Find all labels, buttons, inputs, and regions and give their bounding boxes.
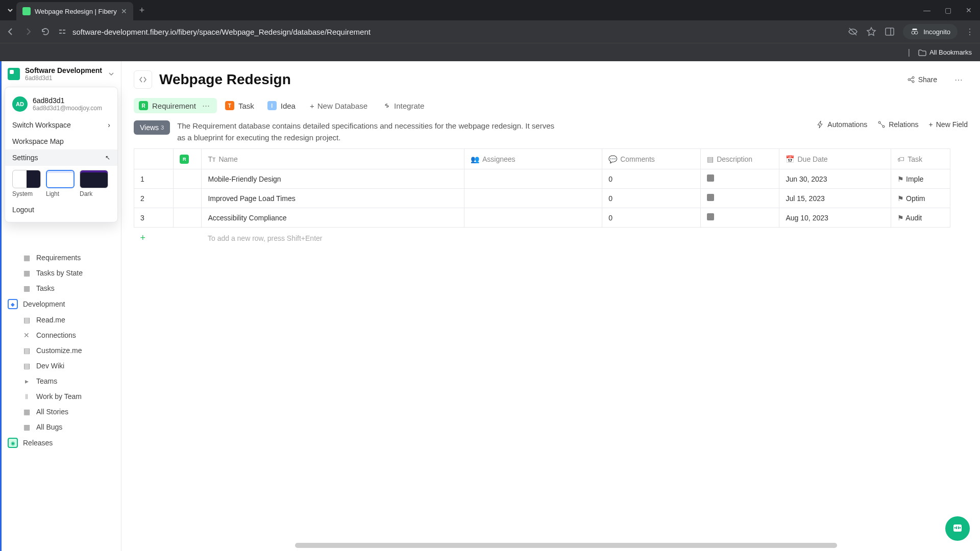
db-tab-idea[interactable]: I Idea (262, 98, 301, 113)
col-name[interactable]: TтName (202, 149, 464, 169)
table-container[interactable]: R TтName 👥Assignees 💬Comments ▤Descripti… (121, 148, 980, 551)
page-title[interactable]: Webpage Redesign (159, 71, 895, 88)
tab-close-icon[interactable]: ✕ (121, 7, 127, 15)
cell-description[interactable] (701, 208, 779, 228)
table-row[interactable]: 2 Improved Page Load Times 0 Jul 15, 202… (134, 189, 950, 208)
share-label: Share (918, 76, 937, 84)
db-tab-requirement[interactable]: R Requirement ⋯ (134, 98, 217, 113)
cell-assignees[interactable] (464, 189, 602, 208)
cell-name[interactable]: Improved Page Load Times (202, 189, 464, 208)
add-row-hint: To add a new row, press Shift+Enter (202, 228, 950, 249)
close-window-button[interactable]: ✕ (962, 4, 976, 16)
eye-off-icon[interactable] (848, 27, 858, 37)
cell-description[interactable] (701, 169, 779, 189)
browser-tab-active[interactable]: Webpage Redesign | Fibery ✕ (16, 2, 133, 20)
bookmark-star-icon[interactable] (866, 27, 876, 37)
cell-assignees[interactable] (464, 169, 602, 189)
sidebar-section-releases[interactable]: ◉ Releases (2, 435, 121, 451)
sidebar-item-work-by-team[interactable]: ⫴ Work by Team (2, 389, 121, 404)
col-comments[interactable]: 💬Comments (602, 149, 701, 169)
cell-due-date[interactable]: Aug 10, 2023 (779, 208, 891, 228)
all-bookmarks-button[interactable]: All Bookmarks (918, 48, 972, 57)
col-description[interactable]: ▤Description (701, 149, 779, 169)
cell-comments[interactable]: 0 (602, 208, 701, 228)
logout-item[interactable]: Logout (5, 202, 117, 218)
workspace-map-item[interactable]: Workspace Map (5, 133, 117, 149)
url-input[interactable]: software-development.fibery.io/fibery/sp… (58, 28, 840, 36)
new-tab-button[interactable]: + (133, 5, 151, 16)
cell-name[interactable]: Mobile-Friendly Design (202, 169, 464, 189)
sidebar-item-customize[interactable]: ▤ Customize.me (2, 343, 121, 358)
back-button[interactable] (6, 27, 15, 36)
collapse-sidebar-button[interactable] (134, 70, 152, 89)
sidebar-item-all-stories[interactable]: ▦ All Stories (2, 404, 121, 419)
new-field-button[interactable]: + New Field (929, 120, 968, 129)
sidebar-item-label: All Bugs (36, 423, 62, 431)
new-database-button[interactable]: + New Database (304, 98, 374, 113)
col-task[interactable]: 🏷Task (891, 149, 950, 169)
incognito-badge[interactable]: Incognito (903, 24, 958, 39)
page-more-button[interactable]: ⋯ (949, 72, 968, 88)
sidebar-item-all-bugs[interactable]: ▦ All Bugs (2, 419, 121, 435)
grid-icon: ▦ (22, 268, 31, 278)
views-button[interactable]: Views 3 (134, 120, 170, 135)
minimize-button[interactable]: — (919, 4, 935, 16)
tab-search-dropdown[interactable] (4, 4, 16, 16)
sidebar-item-teams[interactable]: ▸ Teams (2, 373, 121, 389)
share-button[interactable]: Share (902, 72, 942, 87)
comment-icon: 💬 (608, 155, 617, 163)
chrome-menu-icon[interactable]: ⋮ (966, 27, 974, 37)
intercom-launcher[interactable] (945, 516, 970, 541)
desc-filled-icon (707, 194, 714, 201)
workspace-id: 6ad8d3d1 (25, 74, 103, 82)
settings-item[interactable]: Settings ↖ (5, 149, 117, 166)
cell-due-date[interactable]: Jun 30, 2023 (779, 169, 891, 189)
db-tab-label: Requirement (152, 102, 196, 110)
sidebar-item-tasks-by-state[interactable]: ▦ Tasks by State (2, 265, 121, 281)
site-settings-icon[interactable] (58, 28, 66, 36)
connections-icon: ✕ (22, 331, 31, 340)
new-database-label: New Database (317, 102, 368, 110)
cell-description[interactable] (701, 189, 779, 208)
cell-task[interactable]: ⚑ Audit (891, 208, 950, 228)
col-due-date[interactable]: 📅Due Date (779, 149, 891, 169)
sidebar-item-connections[interactable]: ✕ Connections (2, 328, 121, 343)
sidebar-section-label: Releases (23, 439, 53, 447)
sidebar-item-label: Tasks by State (36, 269, 83, 277)
sidebar-section-development[interactable]: ◆ Development (2, 296, 121, 312)
theme-dark[interactable]: Dark (80, 170, 108, 197)
cell-task[interactable]: ⚑ Imple (891, 169, 950, 189)
integrate-button[interactable]: Integrate (377, 98, 430, 113)
sidebar-item-requirements[interactable]: ▦ Requirements (2, 250, 121, 265)
relations-button[interactable]: Relations (877, 120, 918, 129)
maximize-button[interactable]: ▢ (941, 4, 955, 16)
theme-light[interactable]: Light (46, 170, 75, 197)
col-assignees[interactable]: 👥Assignees (464, 149, 602, 169)
forward-button[interactable] (23, 27, 33, 36)
idea-badge-icon: I (267, 101, 277, 110)
database-description[interactable]: The Requirement database contains detail… (177, 120, 555, 143)
table-row[interactable]: 1 Mobile-Friendly Design 0 Jun 30, 2023 … (134, 169, 950, 189)
theme-system[interactable]: System (12, 170, 41, 197)
table-row[interactable]: 3 Accessibility Compliance 0 Aug 10, 202… (134, 208, 950, 228)
cell-due-date[interactable]: Jul 15, 2023 (779, 189, 891, 208)
sidebar-item-readme[interactable]: ▤ Read.me (2, 312, 121, 328)
horizontal-scrollbar[interactable] (295, 543, 837, 548)
cell-assignees[interactable] (464, 208, 602, 228)
cell-name[interactable]: Accessibility Compliance (202, 208, 464, 228)
add-row[interactable]: + To add a new row, press Shift+Enter (134, 228, 950, 249)
cell-task[interactable]: ⚑ Optim (891, 189, 950, 208)
reload-button[interactable] (41, 27, 50, 36)
cell-comments[interactable]: 0 (602, 189, 701, 208)
workspace-switcher[interactable]: Software Development 6ad8d3d1 (2, 61, 121, 87)
cell-comments[interactable]: 0 (602, 169, 701, 189)
side-panel-icon[interactable] (885, 27, 895, 37)
sidebar-item-dev-wiki[interactable]: ▤ Dev Wiki (2, 358, 121, 373)
folder-icon (918, 48, 926, 57)
switch-workspace-item[interactable]: Switch Workspace › (5, 117, 117, 133)
db-tab-more-icon[interactable]: ⋯ (200, 101, 212, 110)
db-tab-task[interactable]: T Task (220, 98, 259, 113)
sidebar-item-tasks[interactable]: ▦ Tasks (2, 281, 121, 296)
automations-button[interactable]: Automations (816, 120, 867, 129)
theme-system-swatch (12, 170, 41, 188)
